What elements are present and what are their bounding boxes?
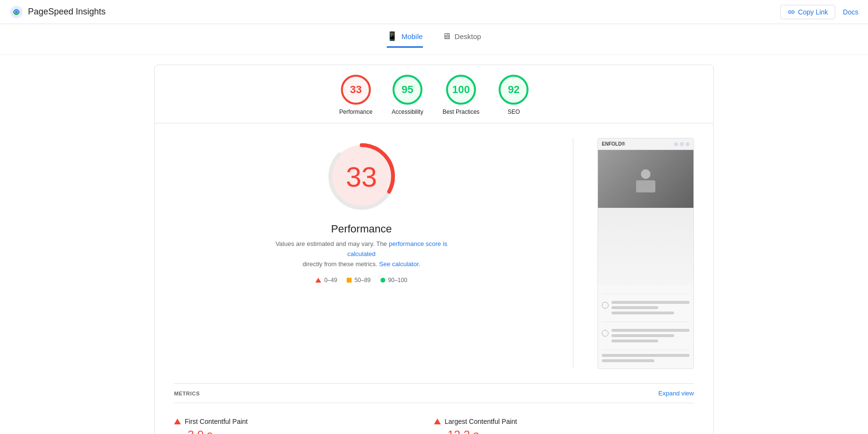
screenshot-content: [598, 285, 693, 368]
sc-text-2: [611, 329, 690, 345]
metric-name-lcp: Largest Contentful Paint: [445, 418, 517, 425]
good-icon: [380, 278, 385, 283]
tab-desktop[interactable]: 🖥 Desktop: [442, 31, 481, 48]
svg-point-1: [15, 11, 18, 14]
metric-item-lcp: Largest Contentful Paint12.2 s: [434, 411, 694, 434]
big-score-wrap: 33: [323, 138, 400, 215]
screenshot-controls: [674, 142, 690, 146]
screenshot-header: ENFOLD®: [598, 138, 693, 150]
score-card-best-practices[interactable]: 100Best Practices: [443, 75, 480, 115]
score-card-seo[interactable]: 92SEO: [499, 75, 529, 115]
perf-calc-link[interactable]: See calculator: [379, 260, 419, 268]
red-triangle-icon: [174, 419, 181, 424]
perf-desc-end: .: [419, 260, 420, 268]
metric-indicator-lcp: [434, 419, 441, 424]
metric-value-lcp: 12.2 s: [434, 428, 684, 434]
score-circle-best-practices: 100: [446, 75, 476, 105]
metric-item-fcp: First Contentful Paint3.0 s: [174, 411, 434, 434]
header: PageSpeed Insights Copy Link Docs: [0, 0, 868, 24]
sc-section-2: [602, 322, 690, 345]
tab-mobile-label: Mobile: [401, 32, 422, 41]
score-legend: 0–49 50–89 90–100: [315, 277, 407, 284]
metrics-section: METRICS Expand view First Contentful Pai…: [155, 383, 713, 434]
screenshot-brand: ENFOLD®: [602, 141, 625, 147]
score-label-performance: Performance: [339, 108, 373, 115]
score-card-performance[interactable]: 33Performance: [339, 75, 373, 115]
needs-improvement-icon: [347, 278, 352, 283]
copy-link-icon: [787, 8, 795, 16]
sc-row-2: [602, 329, 690, 345]
sc-dot-3: [686, 142, 690, 146]
screenshot-frame: ENFOLD®: [597, 138, 694, 369]
score-card-accessibility[interactable]: 95Accessibility: [392, 75, 423, 115]
metric-indicator-fcp: [174, 419, 181, 424]
header-right: Copy Link Docs: [780, 5, 858, 19]
metrics-grid: First Contentful Paint3.0 sLargest Conte…: [174, 411, 694, 434]
sc-icon-1: [602, 302, 609, 309]
copy-link-label: Copy Link: [798, 8, 828, 16]
metrics-title: METRICS: [174, 391, 200, 396]
legend-poor: 0–49: [315, 277, 337, 284]
main-content: 33Performance95Accessibility100Best Prac…: [145, 55, 723, 434]
mobile-icon: 📱: [387, 31, 397, 41]
sc-line-5: [611, 334, 674, 337]
poor-range: 0–49: [324, 277, 337, 284]
copy-link-button[interactable]: Copy Link: [780, 5, 835, 19]
score-cards: 33Performance95Accessibility100Best Prac…: [155, 65, 713, 123]
perf-screenshot: ENFOLD®: [597, 138, 694, 369]
perf-left: 33 Performance Values are estimated and …: [174, 138, 549, 284]
pagespeed-logo: [10, 5, 23, 19]
sc-row-1: [602, 301, 690, 317]
perf-desc-mid: directly from these metrics.: [302, 260, 377, 268]
screenshot-image: [598, 150, 693, 285]
placeholder-figure: [631, 164, 660, 193]
score-circle-seo: 92: [499, 75, 529, 105]
perf-desc-text: Values are estimated and may vary. The: [275, 240, 389, 247]
perf-description: Values are estimated and may vary. The p…: [270, 239, 453, 269]
tab-bar: 📱 Mobile 🖥 Desktop: [0, 24, 868, 55]
sc-text-1: [611, 301, 690, 317]
tab-desktop-label: Desktop: [455, 32, 481, 41]
sc-line-3: [611, 312, 674, 314]
sc-line-8: [602, 359, 654, 362]
sc-section-1: [602, 294, 690, 317]
good-range: 90–100: [388, 277, 407, 284]
score-label-best-practices: Best Practices: [443, 108, 480, 115]
legend-needs-improvement: 50–89: [347, 277, 370, 284]
svg-rect-5: [636, 180, 655, 192]
expand-view-button[interactable]: Expand view: [658, 390, 694, 397]
sc-dot-2: [680, 142, 684, 146]
metric-header-fcp: First Contentful Paint: [174, 418, 424, 425]
header-left: PageSpeed Insights: [10, 5, 106, 19]
needs-improvement-range: 50–89: [354, 277, 370, 284]
score-circle-accessibility: 95: [393, 75, 422, 105]
metric-header-lcp: Largest Contentful Paint: [434, 418, 684, 425]
app-title: PageSpeed Insights: [28, 7, 106, 17]
svg-point-4: [641, 169, 651, 179]
score-label-accessibility: Accessibility: [392, 108, 423, 115]
red-triangle-icon: [434, 419, 441, 424]
sc-dot-1: [674, 142, 678, 146]
sc-line-4: [611, 329, 690, 332]
performance-section: 33 Performance Values are estimated and …: [155, 123, 713, 383]
vertical-divider: [573, 138, 573, 369]
docs-link[interactable]: Docs: [843, 8, 858, 16]
tab-mobile[interactable]: 📱 Mobile: [387, 31, 422, 48]
sc-line-6: [611, 339, 658, 342]
metric-value-fcp: 3.0 s: [174, 428, 424, 434]
big-score-number: 33: [346, 161, 377, 193]
sc-line-7: [602, 354, 690, 357]
desktop-icon: 🖥: [442, 31, 451, 41]
sc-section-3: [602, 350, 690, 362]
sc-line-1: [611, 301, 690, 304]
score-circle-performance: 33: [341, 75, 371, 105]
img-placeholder: [598, 150, 693, 208]
sc-line-2: [611, 306, 658, 309]
poor-icon: [315, 278, 321, 283]
metrics-header: METRICS Expand view: [174, 383, 694, 403]
score-label-seo: SEO: [508, 108, 520, 115]
sc-icon-2: [602, 330, 609, 337]
perf-title: Performance: [331, 223, 392, 235]
legend-good: 90–100: [380, 277, 407, 284]
metric-name-fcp: First Contentful Paint: [185, 418, 248, 425]
